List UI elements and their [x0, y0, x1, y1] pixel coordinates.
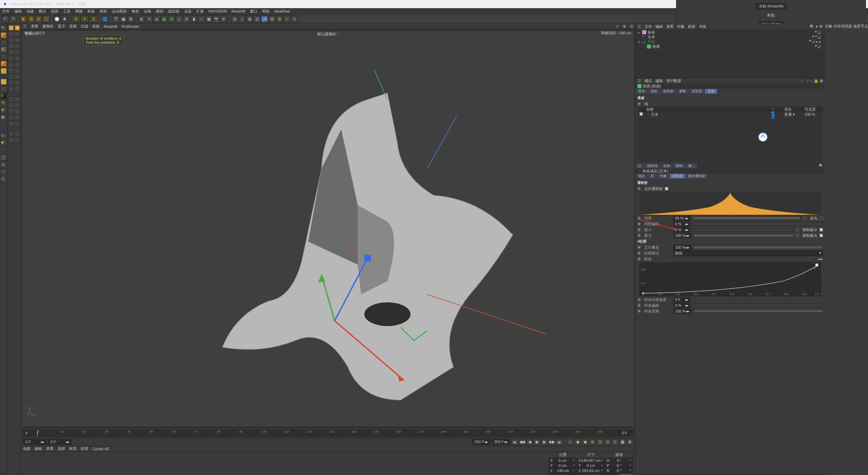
ltab-object[interactable]: 对象 [657, 174, 670, 178]
mat-view[interactable]: 查看 [46, 446, 54, 451]
snap-settings-button[interactable]: ◆ [1, 140, 7, 146]
inneroffset-slider[interactable] [692, 222, 823, 226]
light-button[interactable]: ☀ [220, 16, 227, 22]
palette-icon-2[interactable]: ✚ [15, 25, 20, 31]
object-mode-button[interactable] [1, 54, 7, 60]
palette-icon-21[interactable] [8, 86, 14, 92]
texture-mode-button[interactable] [1, 39, 7, 45]
vp-menu-filter[interactable]: 过滤 [81, 24, 88, 29]
vp-nav-icon[interactable]: ⤢ [616, 24, 619, 28]
palette-icon-36[interactable] [15, 137, 20, 142]
reverse-check[interactable] [820, 216, 823, 220]
render-region-button[interactable]: ▦ [120, 16, 127, 22]
undo-button[interactable] [2, 16, 9, 22]
vp-menu-view[interactable]: 查看 [31, 24, 38, 29]
prev-frame-button[interactable]: ◀ [527, 439, 533, 445]
menu-create[interactable]: 创建 [26, 9, 34, 14]
palette-icon-30[interactable] [15, 115, 20, 120]
clamp-min-check[interactable] [820, 228, 823, 231]
field-button[interactable]: ▮ [191, 16, 197, 22]
pos-key-button[interactable]: ⊕ [590, 439, 596, 445]
allow-remap-check[interactable] [665, 187, 668, 190]
s-icon-2[interactable] [1, 86, 7, 92]
menu-mode[interactable]: 模式 [39, 9, 46, 14]
contour-mode-dropdown[interactable]: 曲线▾ [673, 250, 823, 256]
size-z-field[interactable]: Z283.63 cm◂▸ [577, 468, 605, 473]
palette-icon-35[interactable] [8, 137, 14, 142]
spline-editor[interactable]: 0.8 0.4 0 0.10.20.30.40.50.60.70.80.91.0 [639, 262, 821, 296]
menu-mograph[interactable]: 运动图形 [112, 9, 127, 14]
rot-key-button[interactable]: ⟲ [605, 439, 611, 445]
mat-texture[interactable]: 纹理 [81, 446, 88, 451]
min-field[interactable]: 0 %◂▸ [673, 227, 690, 232]
field-list-row[interactable]: ⟋ 文本 〰 👤 普通 ▾ 100 % [637, 112, 823, 117]
palette-icon-13[interactable] [8, 62, 14, 67]
field-toggle-radio[interactable] [637, 102, 641, 106]
am-mode[interactable]: 模式 [645, 78, 652, 83]
dopesheet-button[interactable]: ≣ [627, 439, 633, 445]
subtab-menu-icon[interactable]: 三 [635, 164, 645, 168]
am-lock-icon[interactable]: 🔒 [814, 79, 818, 83]
mat-cycles[interactable]: Cycles 4D [92, 447, 109, 451]
palette-icon-28[interactable] [15, 109, 20, 114]
om-filter-icon[interactable]: ▾ [816, 24, 818, 29]
rot-b-field[interactable]: B0 °◂▸ [606, 468, 633, 473]
palette-icon-17[interactable] [8, 74, 14, 79]
palette-icon-11[interactable] [8, 56, 14, 61]
generator-button[interactable]: ◆ [153, 16, 160, 22]
am-back-icon[interactable]: ← [800, 79, 804, 83]
palette-icon-25[interactable] [8, 102, 14, 108]
clamp-max-check[interactable] [820, 234, 823, 237]
recent-tool[interactable]: 🕘 [54, 16, 60, 22]
spline-range-field[interactable]: 100 %◂▸ [673, 309, 691, 314]
menu-character[interactable]: 角色 [132, 9, 139, 14]
obj-row-text[interactable]: T文本 ✓ [637, 35, 824, 39]
timeline-ruler[interactable]: 0102030405060708090100110120130140150160… [37, 430, 619, 436]
obj-row-plane[interactable]: ▾▭平面 ✓●● [637, 39, 824, 44]
tab-deformer[interactable]: 变形器 [689, 89, 705, 94]
point-mode-button[interactable] [1, 61, 7, 67]
multiply-slider[interactable] [693, 246, 823, 249]
snap-button[interactable]: ⊡ [254, 16, 260, 22]
grid-menu-button[interactable]: ⊞ [246, 16, 253, 22]
min-slider[interactable] [692, 228, 794, 231]
workplane-button[interactable]: ⊡ [1, 46, 7, 53]
floor-button[interactable]: ⊥ [239, 16, 245, 22]
palette-icon-34[interactable] [15, 131, 20, 136]
ltab-layer[interactable]: 层 [648, 174, 657, 178]
tab-basic[interactable]: 基本 [635, 89, 648, 94]
make-editable-button[interactable]: ✎ [1, 25, 7, 31]
inneroffset-field[interactable]: 0 %◂▸ [673, 222, 690, 227]
palette-icon-23[interactable] [8, 96, 14, 102]
axis-icon[interactable]: ⟲ [1, 100, 7, 106]
remap-curve[interactable] [639, 192, 821, 215]
palette-icon-32[interactable] [15, 121, 20, 126]
coord-size-dropdown[interactable]: 绝对尺寸▾ [584, 473, 618, 475]
menu-animate[interactable]: 动画 [144, 9, 151, 14]
goto-end-button[interactable]: ⏭ [556, 439, 563, 445]
array-button[interactable]: ⊞ [168, 16, 175, 22]
tab-falloff[interactable]: 衰减 [705, 89, 717, 94]
ltab-blend[interactable]: 混合 [635, 174, 648, 178]
am-new-icon[interactable]: ⊞ [820, 79, 823, 83]
coord-mode-dropdown[interactable]: 对象 (相对)▾ [549, 473, 583, 475]
palette-icon-10[interactable] [15, 50, 20, 55]
palette-icon-6[interactable] [15, 37, 20, 43]
vp-menu-display[interactable]: 显示 [58, 24, 65, 29]
vp-menu-panel[interactable]: 面板 [92, 24, 100, 29]
s-icon-1[interactable]: S [1, 79, 7, 85]
poly-select-button[interactable]: ⬠ [1, 176, 7, 182]
dock-tab-content[interactable]: 内容浏览器 [833, 24, 852, 28]
am-fwd-icon[interactable]: → [805, 79, 809, 83]
subtab-search-icon[interactable]: 🔍 [817, 164, 825, 168]
z-axis-button[interactable]: Z [90, 16, 98, 22]
deformer-button[interactable]: ◈ [176, 16, 182, 22]
scale-tool[interactable] [35, 16, 42, 22]
vp-menu-camera[interactable]: 摄像机 [42, 24, 54, 29]
om-file[interactable]: 文件 [645, 24, 652, 29]
volume-button[interactable]: ▦ [205, 16, 212, 22]
palette-icon-5[interactable] [8, 37, 14, 43]
spline-range-slider[interactable] [693, 309, 823, 313]
param-key-button[interactable]: P [612, 439, 618, 445]
rotate-tool[interactable] [43, 16, 50, 22]
